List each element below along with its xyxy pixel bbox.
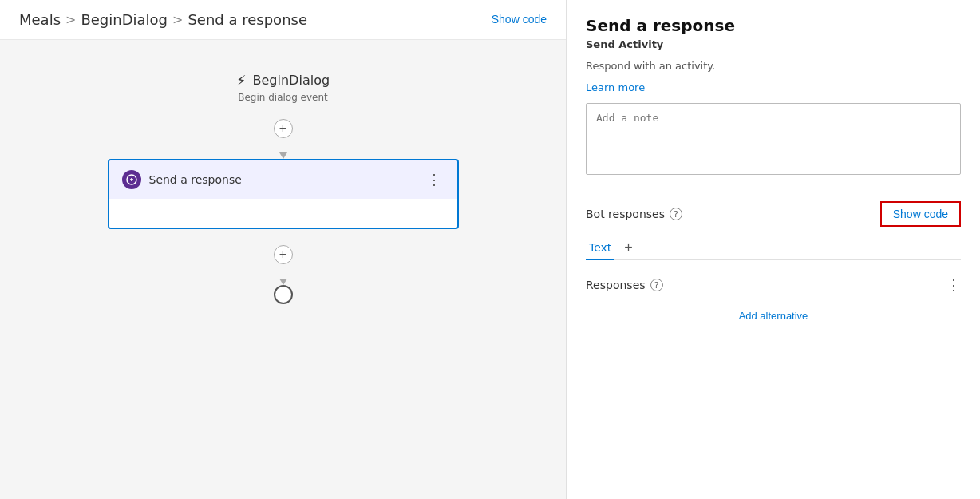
left-panel: Meals > BeginDialog > Send a response Sh…	[0, 0, 567, 499]
bot-responses-row: Bot responses ? Show code	[586, 201, 961, 227]
send-icon	[122, 170, 141, 189]
breadcrumb-begindialog[interactable]: BeginDialog	[81, 11, 168, 28]
send-response-header: Send a response ⋮	[109, 160, 457, 199]
connector-line-3	[283, 229, 283, 245]
flow-container: ⚡ BeginDialog Begin dialog event +	[0, 40, 566, 304]
tab-text[interactable]: Text	[586, 236, 614, 260]
canvas-area: ⚡ BeginDialog Begin dialog event +	[0, 40, 566, 499]
lightning-icon: ⚡	[236, 72, 247, 89]
help-icon[interactable]: ?	[670, 208, 682, 220]
responses-text: Responses	[586, 279, 646, 291]
connector-line-1	[283, 103, 283, 119]
send-response-body	[109, 199, 457, 228]
send-response-title: Send a response	[122, 170, 242, 189]
connector-line-4	[283, 264, 283, 280]
responses-row: Responses ? ⋮	[586, 270, 961, 300]
learn-more-link[interactable]: Learn more	[586, 81, 961, 93]
add-node-button-2[interactable]: +	[274, 245, 293, 264]
begin-dialog-node: ⚡ BeginDialog Begin dialog event	[236, 72, 330, 103]
connector-line-2	[283, 138, 283, 154]
send-response-title-text: Send a response	[149, 173, 242, 186]
note-textarea[interactable]	[586, 103, 961, 175]
breadcrumb-meals[interactable]: Meals	[19, 11, 61, 28]
begin-dialog-title: BeginDialog	[253, 73, 330, 88]
arrow-down-2	[279, 279, 287, 285]
connector-top: +	[274, 103, 293, 159]
show-code-button-top[interactable]: Show code	[492, 12, 547, 26]
breadcrumb-sep-1: >	[65, 12, 76, 27]
panel-subtitle: Send Activity	[586, 38, 961, 50]
bot-responses-label: Bot responses ?	[586, 208, 682, 220]
more-options-button[interactable]: ⋮	[424, 171, 445, 188]
right-panel: Send a response Send Activity Respond wi…	[567, 0, 980, 499]
bot-responses-text: Bot responses	[586, 208, 665, 220]
tab-add-button[interactable]: +	[621, 236, 636, 259]
show-code-button-right[interactable]: Show code	[880, 201, 961, 227]
responses-more-button[interactable]: ⋮	[946, 276, 961, 294]
panel-title: Send a response	[586, 16, 961, 35]
breadcrumb-sep-2: >	[172, 12, 183, 27]
breadcrumb: Meals > BeginDialog > Send a response	[19, 11, 307, 28]
responses-help-icon[interactable]: ?	[650, 279, 663, 291]
tabs-row: Text +	[586, 236, 961, 260]
connector-bottom: +	[274, 229, 293, 285]
begin-dialog-sublabel: Begin dialog event	[238, 92, 328, 103]
add-alternative-button[interactable]: Add alternative	[586, 310, 961, 322]
divider-1	[586, 188, 961, 188]
breadcrumb-send-response: Send a response	[188, 11, 307, 28]
arrow-down-1	[279, 152, 287, 159]
end-node	[274, 285, 293, 304]
panel-description: Respond with an activity.	[586, 60, 961, 72]
send-response-card[interactable]: Send a response ⋮	[108, 159, 459, 229]
top-bar: Meals > BeginDialog > Send a response Sh…	[0, 0, 566, 40]
begin-dialog-label: ⚡ BeginDialog	[236, 72, 330, 89]
responses-label: Responses ?	[586, 279, 663, 291]
add-node-button-1[interactable]: +	[274, 119, 293, 138]
